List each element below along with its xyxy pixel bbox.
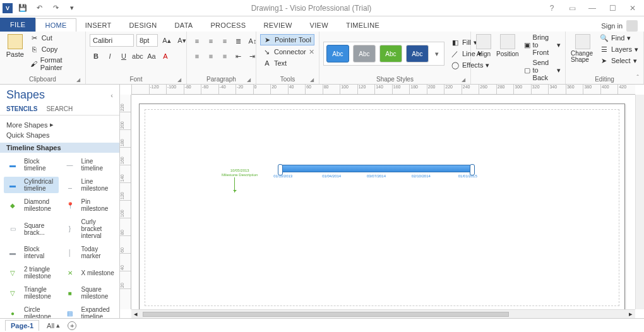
more-shapes-link[interactable]: More Shapes ▸ <box>6 119 113 130</box>
shape-styles-launcher-icon[interactable]: ◢ <box>462 77 465 83</box>
clipboard-launcher-icon[interactable]: ◢ <box>76 77 80 83</box>
indent-dec-icon[interactable]: ⇤ <box>232 50 245 62</box>
tab-design[interactable]: DESIGN <box>121 19 166 32</box>
connector-x-icon[interactable]: ✕ <box>309 48 314 56</box>
style-darkblue[interactable]: Abc <box>406 45 429 62</box>
page-tab-1[interactable]: Page-1 <box>5 320 39 331</box>
pointer-tool-button[interactable]: ➤Pointer Tool <box>260 34 314 45</box>
shapes-collapse-icon[interactable]: ‹ <box>110 92 113 99</box>
tab-stencils[interactable]: STENCILS <box>6 105 37 112</box>
bring-front-button[interactable]: ▣Bring to Front ▾ <box>523 33 563 57</box>
undo-icon[interactable]: ↶ <box>33 2 45 15</box>
paste-button[interactable]: Paste <box>4 33 27 59</box>
case-button[interactable]: Aa <box>145 50 158 62</box>
shape-item[interactable]: ▤Expanded timeline <box>61 305 116 318</box>
shape-item[interactable]: —Line timeline <box>61 157 116 173</box>
style-gray[interactable]: Abc <box>353 45 376 62</box>
drawing-page[interactable]: 10/05/2013 Milestone Description 01/10/2… <box>139 104 625 312</box>
find-button[interactable]: 🔍Find ▾ <box>599 33 640 43</box>
font-launcher-icon[interactable]: ◢ <box>177 77 181 83</box>
connector-icon: ↘ <box>263 47 271 56</box>
font-size-combo[interactable]: 8pt <box>136 34 158 47</box>
qat-more-icon[interactable]: ▾ <box>66 2 78 15</box>
connector-tool-button[interactable]: ↘Connector ✕ <box>260 47 317 57</box>
scrollbar-horizontal[interactable]: ◂ ▸ <box>131 309 635 318</box>
style-green[interactable]: Abc <box>379 45 402 62</box>
scrollbar-vertical[interactable] <box>635 95 644 309</box>
italic-button[interactable]: I <box>104 50 116 62</box>
underline-button[interactable]: U <box>117 50 130 62</box>
close-icon[interactable]: ✕ <box>625 2 640 15</box>
tab-process[interactable]: PROCESS <box>201 19 254 32</box>
style-more-icon[interactable]: ▾ <box>432 50 441 58</box>
shape-item[interactable]: 📍Pin milestone <box>61 197 116 213</box>
align-bottom-icon[interactable]: ≡ <box>218 35 231 47</box>
align-top-icon[interactable]: ≡ <box>191 35 203 47</box>
shape-item[interactable]: ■Square milestone <box>61 285 116 301</box>
ribbon-collapse-icon[interactable]: ˆ <box>636 74 639 81</box>
shape-item[interactable]: ●Circle milestone <box>4 305 59 318</box>
save-icon[interactable]: 💾 <box>16 2 29 15</box>
tab-home[interactable]: HOME <box>35 18 76 32</box>
change-shape-button[interactable]: Change Shape <box>569 33 596 64</box>
align-right-icon[interactable]: ≡ <box>218 50 231 62</box>
tab-data[interactable]: DATA <box>166 19 202 32</box>
redo-icon[interactable]: ↷ <box>49 2 62 15</box>
tab-insert[interactable]: INSERT <box>76 19 121 32</box>
tab-file[interactable]: FILE <box>0 18 35 32</box>
minimize-icon[interactable]: — <box>585 2 600 15</box>
copy-button[interactable]: ⎘Copy <box>29 44 81 54</box>
bold-button[interactable]: B <box>90 50 102 62</box>
shape-item[interactable]: ▬Cylindrical timeline <box>4 177 59 193</box>
quick-shapes-link[interactable]: Quick Shapes <box>6 130 113 140</box>
add-page-button[interactable]: + <box>64 321 80 330</box>
tools-launcher-icon[interactable]: ◢ <box>310 77 314 83</box>
shape-item[interactable]: }Curly bracket interval <box>61 217 116 240</box>
select-button[interactable]: ➤Select ▾ <box>599 56 640 66</box>
font-name-combo[interactable]: Calibri <box>90 34 134 47</box>
pages-all-button[interactable]: All ▴ <box>43 321 64 329</box>
shape-item[interactable]: ✕X milestone <box>61 264 116 281</box>
shape-item[interactable]: ▽2 triangle milestone <box>4 264 59 281</box>
text-tool-button[interactable]: AText <box>260 58 289 68</box>
cylindrical-timeline-shape[interactable]: 01/10/2013 01/04/2014 03/07/2014 02/10/2… <box>278 165 474 172</box>
active-stencil[interactable]: Timeline Shapes <box>0 143 119 153</box>
align-left-icon[interactable]: ≡ <box>191 50 203 62</box>
strike-button[interactable]: abc <box>131 50 144 62</box>
tab-review[interactable]: REVIEW <box>254 19 301 32</box>
align-center-icon[interactable]: ≡ <box>205 50 217 62</box>
ribbon-options-icon[interactable]: ▭ <box>564 2 580 15</box>
avatar[interactable] <box>626 20 638 32</box>
sign-in-link[interactable]: Sign in <box>601 22 623 30</box>
paragraph-launcher-icon[interactable]: ◢ <box>247 77 251 83</box>
grow-font-icon[interactable]: A▴ <box>160 35 173 46</box>
scroll-thumb[interactable] <box>143 312 509 317</box>
align-button[interactable]: Align <box>475 33 492 59</box>
shrink-font-icon[interactable]: A▾ <box>176 35 188 46</box>
tab-view[interactable]: VIEW <box>301 19 337 32</box>
position-button[interactable]: Position <box>495 33 520 59</box>
shape-item[interactable]: ▽Triangle milestone <box>4 285 59 301</box>
help-icon[interactable]: ? <box>544 2 559 15</box>
font-color-button[interactable]: A <box>159 50 172 62</box>
shape-item[interactable]: ◆Diamond milestone <box>4 197 59 213</box>
tab-timeline[interactable]: TIMELINE <box>337 19 388 32</box>
bullets-icon[interactable]: ≣ <box>232 35 245 47</box>
shape-item[interactable]: ▭Square brack... <box>4 217 59 240</box>
shape-item[interactable]: ▬Block interval <box>4 244 59 261</box>
send-back-button[interactable]: ▢Send to Back ▾ <box>523 58 563 82</box>
shape-item[interactable]: │Today marker <box>61 244 116 261</box>
style-gallery[interactable]: Abc Abc Abc Abc ▾ <box>323 42 444 66</box>
align-middle-icon[interactable]: ≡ <box>205 35 217 47</box>
shape-item[interactable]: ⎯Line milestone <box>61 177 116 193</box>
scroll-right-icon[interactable]: ▸ <box>626 310 635 318</box>
tab-search[interactable]: SEARCH <box>46 105 73 112</box>
shape-item[interactable]: ▬Block timeline <box>4 157 59 173</box>
layers-button[interactable]: ☰Layers ▾ <box>599 44 640 54</box>
scroll-left-icon[interactable]: ◂ <box>131 310 140 318</box>
style-blue[interactable]: Abc <box>326 45 349 62</box>
cut-button[interactable]: ✂Cut <box>29 33 81 43</box>
canvas[interactable]: -120-100-80-60-40-2002040608010012014016… <box>120 85 644 318</box>
format-painter-button[interactable]: 🖌Format Painter <box>29 56 81 72</box>
maximize-icon[interactable]: ☐ <box>605 2 620 15</box>
